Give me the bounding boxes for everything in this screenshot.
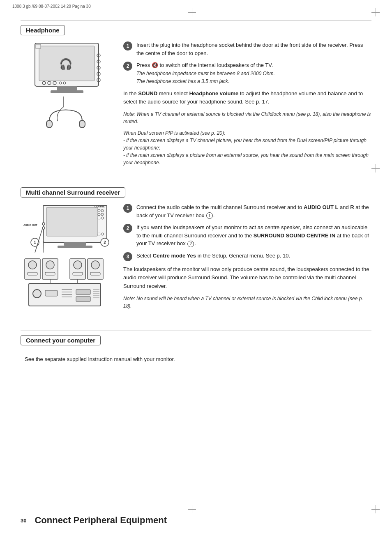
crosshair-bottom-center [188, 505, 196, 513]
svg-text:CENTRE: CENTRE [95, 205, 105, 208]
svg-rect-10 [51, 90, 83, 93]
surround-text: 1 Connect the audio cable to the multi c… [123, 203, 371, 318]
headphone-illustration: 🎧 [21, 41, 115, 170]
svg-point-42 [28, 261, 37, 269]
step1-number: 1 [123, 41, 132, 51]
svg-rect-60 [76, 290, 90, 294]
svg-rect-31 [58, 246, 92, 248]
svg-point-33 [42, 223, 45, 225]
surround-step3: 3 Select Centre mode Yes in the Setup, G… [123, 252, 371, 261]
svg-text:AUDIO OUT: AUDIO OUT [23, 224, 37, 226]
headphone-step2: 2 Press 🔇 to switch off the internal lou… [123, 61, 371, 85]
svg-point-54 [33, 290, 41, 298]
step1-content: Insert the plug into the headphone socke… [136, 41, 371, 57]
computer-section: Connect your computer See the separate s… [21, 331, 371, 364]
svg-rect-55 [45, 290, 58, 296]
svg-rect-13 [79, 120, 85, 128]
headphone-info: In the SOUND menu select Headphone volum… [123, 90, 371, 107]
circle-2: 2 [187, 241, 194, 247]
svg-rect-2 [36, 44, 41, 48]
step2-content: Press 🔇 to switch off the internal louds… [136, 61, 275, 85]
svg-text:🎧: 🎧 [59, 57, 73, 71]
svg-rect-20 [46, 207, 98, 236]
page-number: 30 [21, 517, 26, 524]
svg-point-48 [74, 261, 82, 269]
surround-step2: 2 If you want the loudspeakers of your m… [123, 223, 371, 248]
surround-note: Note: No sound will be heard when a TV c… [123, 295, 371, 310]
headphone-note-childlock: Note: When a TV channel or external sour… [123, 110, 371, 125]
step2-number: 2 [123, 62, 132, 71]
crosshair-bottom-right [371, 505, 380, 513]
circle-1: 1 [206, 212, 213, 219]
surround-info: The loudspeakers of the monitor will now… [123, 265, 371, 291]
page-footer: 30 Connect Peripheral Equipment [21, 515, 371, 526]
computer-text: See the separate supplied instruction ma… [21, 355, 371, 364]
headphone-section: Headphone [21, 21, 371, 170]
headphone-volume-label: Headphone volume [189, 90, 238, 97]
svg-rect-12 [46, 120, 52, 128]
headphone-step1: 1 Insert the plug into the headphone soc… [123, 41, 371, 57]
svg-text:1: 1 [34, 240, 36, 245]
surround-step1-number: 1 [123, 204, 132, 213]
crosshair-top-center [188, 8, 196, 16]
surround-step1: 1 Connect the audio cable to the multi c… [123, 203, 371, 219]
svg-rect-9 [57, 86, 77, 90]
surround-step2-content: If you want the loudspeakers of your mon… [136, 223, 371, 248]
dual-screen-header: When Dual screen PIP is activated (see p… [123, 130, 225, 136]
svg-point-51 [91, 261, 99, 269]
surround-step3-content: Select Centre mode Yes in the Setup, Gen… [136, 252, 290, 260]
surround-section: Multi channel Surround receiver CENTRE [21, 183, 371, 318]
svg-point-45 [46, 261, 54, 269]
svg-rect-30 [64, 242, 86, 246]
surround-step1-content: Connect the audio cable to the multi cha… [136, 203, 371, 219]
headphone-text: 1 Insert the plug into the headphone soc… [123, 41, 371, 170]
crosshair-top-right [371, 8, 380, 16]
surround-title: Multi channel Surround receiver [21, 187, 125, 198]
svg-line-40 [43, 229, 44, 253]
step2-italic2: The headphone socket has a 3.5 mm jack. [136, 78, 229, 84]
svg-rect-61 [76, 297, 90, 301]
computer-title: Connect your computer [21, 335, 101, 345]
footer-title: Connect Peripheral Equipment [35, 515, 167, 526]
dual-screen-bullet1: - if the main screen displays a TV chann… [123, 138, 367, 151]
headphone-dual-screen: When Dual screen PIP is activated (see p… [123, 129, 371, 166]
dual-screen-bullet2: - if the main screen displays a picture … [123, 152, 369, 166]
surround-step3-number: 3 [123, 252, 132, 261]
svg-text:2: 2 [104, 240, 106, 245]
surround-illustration: CENTRE AUDIO OUT [21, 203, 115, 318]
step2-main-text: Press 🔇 to switch off the internal louds… [136, 62, 273, 68]
file-info: 1008.3 gb /69 08-07-2002 14:20 Pagina 30 [12, 4, 91, 9]
step2-italic1: The headphone impedance must be between … [136, 71, 275, 76]
surround-step2-number: 2 [123, 224, 132, 233]
headphone-title: Headphone [21, 25, 65, 35]
sound-menu-label: SOUND [138, 90, 157, 97]
crosshair-mid-right [371, 164, 380, 172]
